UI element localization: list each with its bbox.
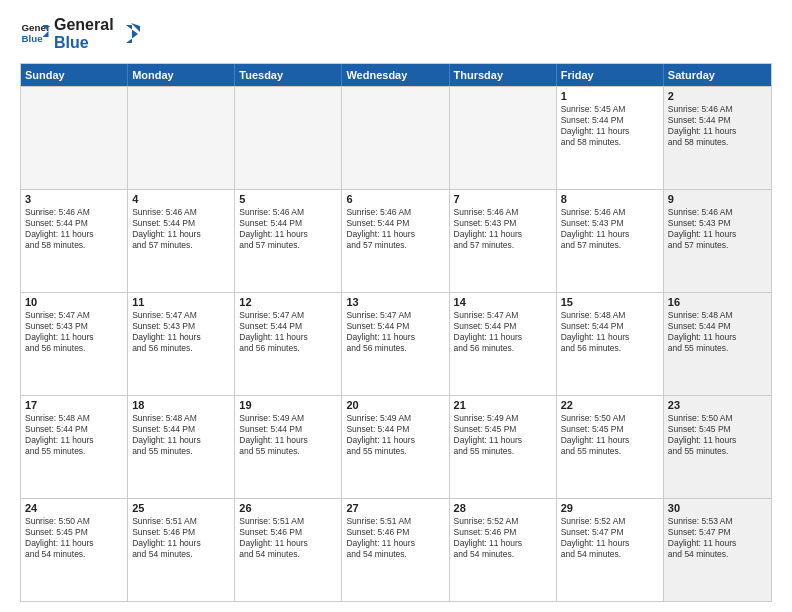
day-number: 20	[346, 399, 444, 411]
day-info: Sunrise: 5:46 AM Sunset: 5:44 PM Dayligh…	[346, 207, 444, 251]
empty-cell-0-0	[21, 87, 128, 189]
day-number: 15	[561, 296, 659, 308]
day-number: 11	[132, 296, 230, 308]
day-number: 1	[561, 90, 659, 102]
header-cell-wednesday: Wednesday	[342, 64, 449, 86]
day-cell-22: 22Sunrise: 5:50 AM Sunset: 5:45 PM Dayli…	[557, 396, 664, 498]
day-number: 5	[239, 193, 337, 205]
day-info: Sunrise: 5:50 AM Sunset: 5:45 PM Dayligh…	[668, 413, 767, 457]
day-number: 3	[25, 193, 123, 205]
day-cell-24: 24Sunrise: 5:50 AM Sunset: 5:45 PM Dayli…	[21, 499, 128, 601]
logo-blue: Blue	[54, 34, 114, 52]
logo: General Blue General Blue	[20, 16, 140, 53]
header-cell-tuesday: Tuesday	[235, 64, 342, 86]
day-number: 21	[454, 399, 552, 411]
day-number: 7	[454, 193, 552, 205]
day-cell-11: 11Sunrise: 5:47 AM Sunset: 5:43 PM Dayli…	[128, 293, 235, 395]
day-cell-27: 27Sunrise: 5:51 AM Sunset: 5:46 PM Dayli…	[342, 499, 449, 601]
day-number: 6	[346, 193, 444, 205]
day-number: 8	[561, 193, 659, 205]
day-cell-29: 29Sunrise: 5:52 AM Sunset: 5:47 PM Dayli…	[557, 499, 664, 601]
day-cell-30: 30Sunrise: 5:53 AM Sunset: 5:47 PM Dayli…	[664, 499, 771, 601]
logo-general: General	[54, 16, 114, 34]
day-info: Sunrise: 5:46 AM Sunset: 5:43 PM Dayligh…	[561, 207, 659, 251]
day-cell-28: 28Sunrise: 5:52 AM Sunset: 5:46 PM Dayli…	[450, 499, 557, 601]
day-info: Sunrise: 5:50 AM Sunset: 5:45 PM Dayligh…	[25, 516, 123, 560]
day-info: Sunrise: 5:46 AM Sunset: 5:44 PM Dayligh…	[25, 207, 123, 251]
day-info: Sunrise: 5:46 AM Sunset: 5:43 PM Dayligh…	[668, 207, 767, 251]
day-number: 12	[239, 296, 337, 308]
day-info: Sunrise: 5:49 AM Sunset: 5:44 PM Dayligh…	[346, 413, 444, 457]
empty-cell-0-1	[128, 87, 235, 189]
day-number: 25	[132, 502, 230, 514]
day-cell-10: 10Sunrise: 5:47 AM Sunset: 5:43 PM Dayli…	[21, 293, 128, 395]
header-cell-thursday: Thursday	[450, 64, 557, 86]
header: General Blue General Blue	[20, 16, 772, 53]
day-info: Sunrise: 5:53 AM Sunset: 5:47 PM Dayligh…	[668, 516, 767, 560]
day-cell-1: 1Sunrise: 5:45 AM Sunset: 5:44 PM Daylig…	[557, 87, 664, 189]
day-cell-13: 13Sunrise: 5:47 AM Sunset: 5:44 PM Dayli…	[342, 293, 449, 395]
day-cell-7: 7Sunrise: 5:46 AM Sunset: 5:43 PM Daylig…	[450, 190, 557, 292]
day-number: 19	[239, 399, 337, 411]
day-cell-12: 12Sunrise: 5:47 AM Sunset: 5:44 PM Dayli…	[235, 293, 342, 395]
day-number: 14	[454, 296, 552, 308]
day-info: Sunrise: 5:48 AM Sunset: 5:44 PM Dayligh…	[132, 413, 230, 457]
day-info: Sunrise: 5:49 AM Sunset: 5:45 PM Dayligh…	[454, 413, 552, 457]
day-cell-20: 20Sunrise: 5:49 AM Sunset: 5:44 PM Dayli…	[342, 396, 449, 498]
day-cell-18: 18Sunrise: 5:48 AM Sunset: 5:44 PM Dayli…	[128, 396, 235, 498]
day-number: 26	[239, 502, 337, 514]
day-number: 10	[25, 296, 123, 308]
day-cell-3: 3Sunrise: 5:46 AM Sunset: 5:44 PM Daylig…	[21, 190, 128, 292]
calendar-header-row: SundayMondayTuesdayWednesdayThursdayFrid…	[21, 64, 771, 86]
day-cell-5: 5Sunrise: 5:46 AM Sunset: 5:44 PM Daylig…	[235, 190, 342, 292]
day-info: Sunrise: 5:48 AM Sunset: 5:44 PM Dayligh…	[561, 310, 659, 354]
header-cell-sunday: Sunday	[21, 64, 128, 86]
day-number: 4	[132, 193, 230, 205]
calendar-row-3: 17Sunrise: 5:48 AM Sunset: 5:44 PM Dayli…	[21, 395, 771, 498]
day-info: Sunrise: 5:46 AM Sunset: 5:43 PM Dayligh…	[454, 207, 552, 251]
day-info: Sunrise: 5:47 AM Sunset: 5:43 PM Dayligh…	[25, 310, 123, 354]
day-number: 22	[561, 399, 659, 411]
day-cell-4: 4Sunrise: 5:46 AM Sunset: 5:44 PM Daylig…	[128, 190, 235, 292]
day-number: 23	[668, 399, 767, 411]
day-number: 28	[454, 502, 552, 514]
day-number: 13	[346, 296, 444, 308]
day-number: 16	[668, 296, 767, 308]
empty-cell-0-2	[235, 87, 342, 189]
day-info: Sunrise: 5:45 AM Sunset: 5:44 PM Dayligh…	[561, 104, 659, 148]
day-cell-21: 21Sunrise: 5:49 AM Sunset: 5:45 PM Dayli…	[450, 396, 557, 498]
day-number: 27	[346, 502, 444, 514]
day-info: Sunrise: 5:47 AM Sunset: 5:44 PM Dayligh…	[346, 310, 444, 354]
day-cell-8: 8Sunrise: 5:46 AM Sunset: 5:43 PM Daylig…	[557, 190, 664, 292]
day-cell-6: 6Sunrise: 5:46 AM Sunset: 5:44 PM Daylig…	[342, 190, 449, 292]
day-info: Sunrise: 5:48 AM Sunset: 5:44 PM Dayligh…	[25, 413, 123, 457]
day-info: Sunrise: 5:51 AM Sunset: 5:46 PM Dayligh…	[239, 516, 337, 560]
day-cell-15: 15Sunrise: 5:48 AM Sunset: 5:44 PM Dayli…	[557, 293, 664, 395]
day-info: Sunrise: 5:52 AM Sunset: 5:46 PM Dayligh…	[454, 516, 552, 560]
day-cell-23: 23Sunrise: 5:50 AM Sunset: 5:45 PM Dayli…	[664, 396, 771, 498]
day-info: Sunrise: 5:51 AM Sunset: 5:46 PM Dayligh…	[132, 516, 230, 560]
header-cell-saturday: Saturday	[664, 64, 771, 86]
day-info: Sunrise: 5:47 AM Sunset: 5:44 PM Dayligh…	[454, 310, 552, 354]
empty-cell-0-3	[342, 87, 449, 189]
day-cell-16: 16Sunrise: 5:48 AM Sunset: 5:44 PM Dayli…	[664, 293, 771, 395]
day-info: Sunrise: 5:49 AM Sunset: 5:44 PM Dayligh…	[239, 413, 337, 457]
day-cell-9: 9Sunrise: 5:46 AM Sunset: 5:43 PM Daylig…	[664, 190, 771, 292]
day-number: 18	[132, 399, 230, 411]
calendar-body: 1Sunrise: 5:45 AM Sunset: 5:44 PM Daylig…	[21, 86, 771, 601]
day-cell-17: 17Sunrise: 5:48 AM Sunset: 5:44 PM Dayli…	[21, 396, 128, 498]
day-info: Sunrise: 5:51 AM Sunset: 5:46 PM Dayligh…	[346, 516, 444, 560]
day-info: Sunrise: 5:46 AM Sunset: 5:44 PM Dayligh…	[239, 207, 337, 251]
day-cell-2: 2Sunrise: 5:46 AM Sunset: 5:44 PM Daylig…	[664, 87, 771, 189]
day-cell-14: 14Sunrise: 5:47 AM Sunset: 5:44 PM Dayli…	[450, 293, 557, 395]
calendar-row-4: 24Sunrise: 5:50 AM Sunset: 5:45 PM Dayli…	[21, 498, 771, 601]
day-cell-25: 25Sunrise: 5:51 AM Sunset: 5:46 PM Dayli…	[128, 499, 235, 601]
day-info: Sunrise: 5:48 AM Sunset: 5:44 PM Dayligh…	[668, 310, 767, 354]
header-cell-monday: Monday	[128, 64, 235, 86]
calendar-row-1: 3Sunrise: 5:46 AM Sunset: 5:44 PM Daylig…	[21, 189, 771, 292]
logo-icon: General Blue	[20, 19, 50, 49]
day-number: 29	[561, 502, 659, 514]
calendar-row-2: 10Sunrise: 5:47 AM Sunset: 5:43 PM Dayli…	[21, 292, 771, 395]
day-info: Sunrise: 5:47 AM Sunset: 5:44 PM Dayligh…	[239, 310, 337, 354]
svg-text:Blue: Blue	[22, 33, 44, 44]
